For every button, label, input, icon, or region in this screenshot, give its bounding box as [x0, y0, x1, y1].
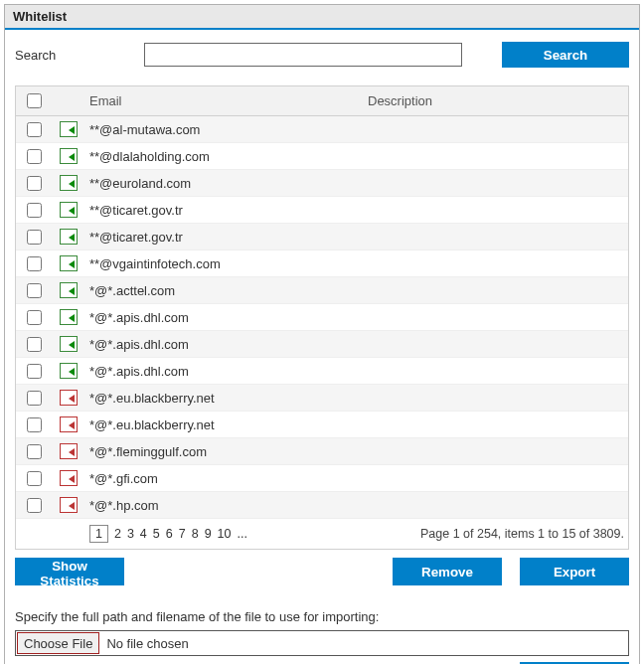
row-email: *@*.eu.blackberry.net [85, 391, 364, 406]
search-label: Search [15, 48, 144, 63]
remove-button[interactable]: Remove [393, 558, 502, 585]
entry-icon [60, 443, 78, 459]
entry-icon [60, 416, 78, 432]
table-row[interactable]: *@*.eu.blackberry.net [16, 385, 628, 412]
pager-page[interactable]: 6 [166, 527, 173, 541]
row-checkbox[interactable] [27, 310, 42, 325]
row-email: **@ticaret.gov.tr [85, 203, 364, 218]
entry-icon [60, 255, 78, 271]
row-checkbox[interactable] [27, 203, 42, 218]
entry-icon [60, 390, 78, 406]
select-all-checkbox[interactable] [27, 93, 42, 108]
table-row[interactable]: *@*.apis.dhl.com [16, 304, 628, 331]
row-email: *@*.apis.dhl.com [85, 337, 364, 352]
pager-page[interactable]: 7 [179, 527, 186, 541]
col-description-header[interactable]: Description [364, 93, 628, 108]
entry-icon [60, 202, 78, 218]
pager-info: Page 1 of 254, items 1 to 15 of 3809. [420, 527, 624, 541]
table-row[interactable]: **@ticaret.gov.tr [16, 197, 628, 224]
row-checkbox[interactable] [27, 417, 42, 432]
row-email: **@vgaintinfotech.com [85, 256, 364, 271]
entry-icon [60, 175, 78, 191]
row-email: *@*.hp.com [85, 498, 364, 513]
row-email: *@*.acttel.com [85, 283, 364, 298]
import-label: Specify the full path and filename of th… [15, 609, 629, 624]
table-row[interactable]: *@*.gfi.com [16, 465, 628, 492]
row-email: **@ticaret.gov.tr [85, 230, 364, 245]
entry-icon [60, 282, 78, 298]
row-checkbox[interactable] [27, 256, 42, 271]
table-row[interactable]: **@ticaret.gov.tr [16, 224, 628, 250]
entry-icon [60, 121, 78, 137]
row-checkbox[interactable] [27, 230, 42, 245]
row-email: *@*.apis.dhl.com [85, 364, 364, 379]
pager-page[interactable]: 10 [218, 527, 232, 541]
pager-page[interactable]: 1 [89, 525, 108, 543]
pager-page[interactable]: 3 [127, 527, 134, 541]
row-checkbox[interactable] [27, 471, 42, 486]
pager-page[interactable]: 4 [140, 527, 147, 541]
row-email: *@*.apis.dhl.com [85, 310, 364, 325]
action-row: Show Statistics Remove Export [15, 558, 629, 585]
col-email-header[interactable]: Email [85, 93, 364, 108]
pager-page[interactable]: 9 [205, 527, 212, 541]
entry-icon [60, 148, 78, 164]
show-statistics-button[interactable]: Show Statistics [15, 558, 124, 585]
table-row[interactable]: *@*.fleminggulf.com [16, 438, 628, 465]
entry-icon [60, 363, 78, 379]
table-header: Email Description [16, 86, 628, 116]
table-row[interactable]: **@vgaintinfotech.com [16, 250, 628, 277]
choose-file-button[interactable]: Choose File [17, 632, 99, 654]
file-chooser: Choose File No file chosen [15, 630, 629, 656]
row-checkbox[interactable] [27, 149, 42, 164]
search-row: Search Search [15, 42, 629, 68]
entry-icon [60, 497, 78, 513]
row-checkbox[interactable] [27, 122, 42, 137]
whitelist-panel: Whitelist Search Search Email Descriptio… [4, 4, 640, 664]
export-button[interactable]: Export [520, 558, 629, 585]
entry-icon [60, 229, 78, 245]
table-row[interactable]: *@*.hp.com [16, 492, 628, 519]
row-checkbox[interactable] [27, 364, 42, 379]
pager-page[interactable]: 5 [153, 527, 160, 541]
pager-page[interactable]: 2 [114, 527, 121, 541]
row-email: **@al-mutawa.com [85, 122, 364, 137]
table-row[interactable]: *@*.apis.dhl.com [16, 358, 628, 385]
row-email: **@euroland.com [85, 176, 364, 191]
table-row[interactable]: **@dlalaholding.com [16, 143, 628, 170]
pager-page[interactable]: 8 [192, 527, 199, 541]
row-checkbox[interactable] [27, 176, 42, 191]
search-button[interactable]: Search [502, 42, 629, 68]
row-email: *@*.fleminggulf.com [85, 444, 364, 459]
pager-page[interactable]: ... [237, 527, 246, 541]
row-checkbox[interactable] [27, 337, 42, 352]
table-row[interactable]: *@*.acttel.com [16, 277, 628, 304]
panel-title: Whitelist [5, 5, 639, 30]
table-row[interactable]: *@*.eu.blackberry.net [16, 412, 628, 438]
row-checkbox[interactable] [27, 498, 42, 513]
entry-icon [60, 309, 78, 325]
table-row[interactable]: *@*.apis.dhl.com [16, 331, 628, 358]
whitelist-table: Email Description **@al-mutawa.com**@dla… [15, 85, 629, 550]
row-checkbox[interactable] [27, 283, 42, 298]
table-row[interactable]: **@al-mutawa.com [16, 116, 628, 143]
search-input[interactable] [144, 43, 462, 67]
entry-icon [60, 336, 78, 352]
file-chosen-text: No file chosen [100, 631, 188, 655]
row-checkbox[interactable] [27, 444, 42, 459]
row-email: *@*.eu.blackberry.net [85, 417, 364, 432]
pager: 12345678910... Page 1 of 254, items 1 to… [16, 519, 628, 549]
table-row[interactable]: **@euroland.com [16, 170, 628, 197]
row-email: *@*.gfi.com [85, 471, 364, 486]
row-email: **@dlalaholding.com [85, 149, 364, 164]
entry-icon [60, 470, 78, 486]
row-checkbox[interactable] [27, 391, 42, 406]
